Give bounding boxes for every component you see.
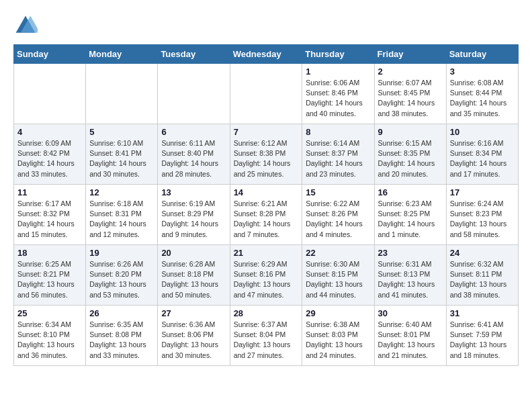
weekday-header: Tuesday [158, 45, 230, 64]
day-number: 6 [161, 127, 226, 137]
calendar-cell: 19Sunrise: 6:26 AM Sunset: 8:20 PM Dayli… [86, 245, 158, 306]
calendar-cell: 20Sunrise: 6:28 AM Sunset: 8:18 PM Dayli… [158, 245, 230, 306]
calendar-cell: 13Sunrise: 6:19 AM Sunset: 8:29 PM Dayli… [158, 185, 230, 245]
calendar-cell: 9Sunrise: 6:15 AM Sunset: 8:35 PM Daylig… [374, 124, 446, 185]
day-number: 31 [450, 308, 515, 318]
calendar-cell: 25Sunrise: 6:34 AM Sunset: 8:10 PM Dayli… [14, 306, 86, 366]
day-number: 20 [161, 248, 226, 258]
day-number: 21 [234, 248, 299, 258]
calendar-cell [86, 64, 158, 124]
calendar-cell: 15Sunrise: 6:22 AM Sunset: 8:26 PM Dayli… [302, 185, 374, 245]
calendar-cell: 29Sunrise: 6:38 AM Sunset: 8:03 PM Dayli… [302, 306, 374, 366]
day-number: 10 [450, 127, 515, 137]
day-info: Sunrise: 6:40 AM Sunset: 8:01 PM Dayligh… [378, 320, 443, 361]
day-info: Sunrise: 6:24 AM Sunset: 8:23 PM Dayligh… [450, 199, 515, 240]
calendar-cell: 17Sunrise: 6:24 AM Sunset: 8:23 PM Dayli… [446, 185, 518, 245]
day-info: Sunrise: 6:34 AM Sunset: 8:10 PM Dayligh… [17, 320, 82, 361]
calendar-cell: 18Sunrise: 6:25 AM Sunset: 8:21 PM Dayli… [14, 245, 86, 306]
day-number: 4 [17, 127, 82, 137]
day-info: Sunrise: 6:35 AM Sunset: 8:08 PM Dayligh… [89, 320, 154, 361]
day-info: Sunrise: 6:09 AM Sunset: 8:42 PM Dayligh… [17, 138, 82, 179]
day-number: 18 [17, 248, 82, 258]
calendar-cell: 1Sunrise: 6:06 AM Sunset: 8:46 PM Daylig… [302, 64, 374, 124]
day-number: 7 [234, 127, 299, 137]
day-info: Sunrise: 6:30 AM Sunset: 8:15 PM Dayligh… [306, 259, 370, 300]
day-info: Sunrise: 6:08 AM Sunset: 8:44 PM Dayligh… [450, 78, 515, 119]
day-info: Sunrise: 6:06 AM Sunset: 8:46 PM Dayligh… [306, 78, 370, 119]
calendar-cell [158, 64, 230, 124]
calendar-cell: 24Sunrise: 6:32 AM Sunset: 8:11 PM Dayli… [446, 245, 518, 306]
day-info: Sunrise: 6:38 AM Sunset: 8:03 PM Dayligh… [306, 320, 370, 361]
day-info: Sunrise: 6:18 AM Sunset: 8:31 PM Dayligh… [89, 199, 154, 240]
day-number: 14 [234, 187, 299, 197]
weekday-header: Sunday [14, 45, 86, 64]
calendar-cell: 4Sunrise: 6:09 AM Sunset: 8:42 PM Daylig… [14, 124, 86, 185]
calendar-cell: 16Sunrise: 6:23 AM Sunset: 8:25 PM Dayli… [374, 185, 446, 245]
day-info: Sunrise: 6:07 AM Sunset: 8:45 PM Dayligh… [378, 78, 443, 119]
day-number: 22 [306, 248, 370, 258]
day-info: Sunrise: 6:15 AM Sunset: 8:35 PM Dayligh… [378, 138, 443, 179]
calendar-week-row: 11Sunrise: 6:17 AM Sunset: 8:32 PM Dayli… [14, 185, 519, 245]
day-number: 1 [306, 66, 370, 77]
calendar: SundayMondayTuesdayWednesdayThursdayFrid… [13, 44, 519, 366]
day-info: Sunrise: 6:36 AM Sunset: 8:06 PM Dayligh… [161, 320, 226, 361]
day-number: 27 [161, 308, 226, 318]
calendar-cell: 12Sunrise: 6:18 AM Sunset: 8:31 PM Dayli… [86, 185, 158, 245]
day-info: Sunrise: 6:11 AM Sunset: 8:40 PM Dayligh… [161, 138, 226, 179]
calendar-week-row: 25Sunrise: 6:34 AM Sunset: 8:10 PM Dayli… [14, 306, 519, 366]
day-number: 8 [306, 127, 370, 137]
day-number: 13 [161, 187, 226, 197]
calendar-cell: 2Sunrise: 6:07 AM Sunset: 8:45 PM Daylig… [374, 64, 446, 124]
calendar-cell: 6Sunrise: 6:11 AM Sunset: 8:40 PM Daylig… [158, 124, 230, 185]
day-info: Sunrise: 6:16 AM Sunset: 8:34 PM Dayligh… [450, 138, 515, 179]
calendar-cell: 5Sunrise: 6:10 AM Sunset: 8:41 PM Daylig… [86, 124, 158, 185]
day-number: 2 [378, 66, 443, 77]
day-number: 16 [378, 187, 443, 197]
day-number: 3 [450, 66, 515, 77]
day-info: Sunrise: 6:23 AM Sunset: 8:25 PM Dayligh… [378, 199, 443, 240]
calendar-cell: 31Sunrise: 6:41 AM Sunset: 7:59 PM Dayli… [446, 306, 518, 366]
calendar-cell: 28Sunrise: 6:37 AM Sunset: 8:04 PM Dayli… [230, 306, 302, 366]
logo-icon [13, 13, 38, 38]
calendar-cell: 23Sunrise: 6:31 AM Sunset: 8:13 PM Dayli… [374, 245, 446, 306]
day-info: Sunrise: 6:41 AM Sunset: 7:59 PM Dayligh… [450, 320, 515, 361]
day-info: Sunrise: 6:12 AM Sunset: 8:38 PM Dayligh… [234, 138, 299, 179]
calendar-week-row: 1Sunrise: 6:06 AM Sunset: 8:46 PM Daylig… [14, 64, 519, 124]
weekday-header: Friday [374, 45, 446, 64]
calendar-cell: 8Sunrise: 6:14 AM Sunset: 8:37 PM Daylig… [302, 124, 374, 185]
weekday-header: Thursday [302, 45, 374, 64]
day-number: 19 [89, 248, 154, 258]
day-number: 9 [378, 127, 443, 137]
day-info: Sunrise: 6:32 AM Sunset: 8:11 PM Dayligh… [450, 259, 515, 300]
calendar-cell: 3Sunrise: 6:08 AM Sunset: 8:44 PM Daylig… [446, 64, 518, 124]
day-number: 5 [89, 127, 154, 137]
day-info: Sunrise: 6:22 AM Sunset: 8:26 PM Dayligh… [306, 199, 370, 240]
calendar-week-row: 18Sunrise: 6:25 AM Sunset: 8:21 PM Dayli… [14, 245, 519, 306]
day-number: 26 [89, 308, 154, 318]
calendar-cell: 14Sunrise: 6:21 AM Sunset: 8:28 PM Dayli… [230, 185, 302, 245]
calendar-cell: 26Sunrise: 6:35 AM Sunset: 8:08 PM Dayli… [86, 306, 158, 366]
day-number: 24 [450, 248, 515, 258]
calendar-cell: 22Sunrise: 6:30 AM Sunset: 8:15 PM Dayli… [302, 245, 374, 306]
day-number: 12 [89, 187, 154, 197]
calendar-cell [14, 64, 86, 124]
logo [13, 13, 40, 38]
day-number: 29 [306, 308, 370, 318]
calendar-cell: 30Sunrise: 6:40 AM Sunset: 8:01 PM Dayli… [374, 306, 446, 366]
day-info: Sunrise: 6:17 AM Sunset: 8:32 PM Dayligh… [17, 199, 82, 240]
day-info: Sunrise: 6:37 AM Sunset: 8:04 PM Dayligh… [234, 320, 299, 361]
day-info: Sunrise: 6:25 AM Sunset: 8:21 PM Dayligh… [17, 259, 82, 300]
day-number: 28 [234, 308, 299, 318]
day-info: Sunrise: 6:29 AM Sunset: 8:16 PM Dayligh… [234, 259, 299, 300]
calendar-cell: 27Sunrise: 6:36 AM Sunset: 8:06 PM Dayli… [158, 306, 230, 366]
weekday-header: Wednesday [230, 45, 302, 64]
calendar-cell: 7Sunrise: 6:12 AM Sunset: 8:38 PM Daylig… [230, 124, 302, 185]
day-number: 17 [450, 187, 515, 197]
day-number: 23 [378, 248, 443, 258]
calendar-cell: 11Sunrise: 6:17 AM Sunset: 8:32 PM Dayli… [14, 185, 86, 245]
day-info: Sunrise: 6:31 AM Sunset: 8:13 PM Dayligh… [378, 259, 443, 300]
calendar-header-row: SundayMondayTuesdayWednesdayThursdayFrid… [14, 45, 519, 64]
day-number: 11 [17, 187, 82, 197]
day-info: Sunrise: 6:10 AM Sunset: 8:41 PM Dayligh… [89, 138, 154, 179]
day-number: 25 [17, 308, 82, 318]
